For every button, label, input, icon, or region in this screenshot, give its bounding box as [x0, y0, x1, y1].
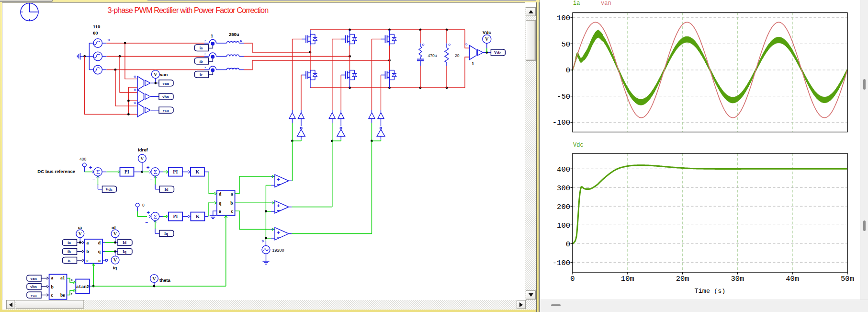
svg-text:Σ: Σ — [96, 168, 100, 175]
svg-text:a: a — [51, 276, 54, 280]
svg-text:400: 400 — [79, 157, 86, 162]
svg-text:50: 50 — [561, 40, 570, 49]
svg-text:d: d — [98, 241, 101, 245]
svg-text:470u: 470u — [428, 53, 437, 58]
svg-text:Id: Id — [164, 187, 168, 192]
svg-text:0: 0 — [142, 203, 145, 208]
svg-text:Id: Id — [123, 240, 126, 245]
svg-text:q: q — [98, 249, 101, 254]
svg-text:V: V — [152, 276, 156, 281]
svg-text:q: q — [219, 201, 222, 206]
svg-text:c: c — [87, 258, 89, 263]
svg-text:300: 300 — [557, 184, 570, 193]
svg-text:Time (s): Time (s) — [695, 288, 726, 295]
svg-text:ic: ic — [200, 72, 203, 77]
svg-text:van: van — [162, 81, 169, 86]
svg-text:ia: ia — [68, 240, 71, 245]
svg-text:V: V — [485, 36, 489, 42]
svg-text:3-phase PWM Rectifier with Pow: 3-phase PWM Rectifier with Power Factor … — [108, 6, 269, 14]
svg-text:+: + — [147, 164, 150, 170]
svg-text:x: x — [71, 278, 73, 282]
svg-text:V: V — [113, 231, 117, 236]
svg-text:0: 0 — [566, 240, 570, 249]
svg-text:110: 110 — [93, 24, 100, 29]
svg-text:19200: 19200 — [272, 248, 284, 253]
svg-text:ia: ia — [573, 0, 580, 7]
svg-text:50m: 50m — [841, 275, 854, 283]
svg-text:d: d — [219, 192, 222, 196]
svg-text:Iq: Iq — [164, 231, 168, 236]
svg-text:PI: PI — [173, 214, 178, 219]
svg-text:0: 0 — [570, 275, 575, 283]
svg-text:+: + — [277, 203, 280, 208]
svg-text:c: c — [51, 293, 53, 298]
svg-text:1: 1 — [472, 61, 474, 66]
svg-text:theta: theta — [159, 277, 170, 283]
svg-text:ib: ib — [68, 249, 71, 254]
svg-text:vbn: vbn — [30, 284, 37, 289]
svg-text:V: V — [79, 231, 82, 236]
svg-text:200: 200 — [557, 203, 570, 211]
svg-text:100: 100 — [557, 14, 570, 23]
svg-text:ib: ib — [199, 59, 203, 64]
svg-text:o: o — [219, 209, 221, 214]
svg-text:+: + — [147, 209, 150, 215]
svg-text:vbn: vbn — [162, 94, 169, 99]
svg-text:+: + — [89, 164, 92, 170]
svg-text:PI: PI — [173, 169, 178, 174]
svg-text:V: V — [140, 156, 144, 161]
svg-text:Iq: Iq — [123, 249, 126, 254]
svg-text:id: id — [112, 225, 116, 230]
svg-text:b: b — [87, 249, 89, 254]
svg-text:van: van — [160, 72, 168, 77]
svg-text:400: 400 — [557, 165, 570, 174]
svg-text:Vdc: Vdc — [483, 30, 491, 35]
svg-text:b: b — [51, 285, 54, 289]
svg-text:vcn: vcn — [163, 108, 169, 113]
svg-text:ia: ia — [200, 46, 203, 50]
svg-text:a1: a1 — [60, 276, 65, 280]
svg-text:Σ: Σ — [154, 213, 158, 220]
svg-text:-100: -100 — [552, 118, 570, 127]
svg-text:Vdc: Vdc — [573, 142, 584, 149]
svg-text:V: V — [154, 72, 158, 77]
svg-text:−: − — [146, 220, 148, 225]
svg-text:1: 1 — [211, 33, 214, 38]
svg-text:10m: 10m — [621, 275, 634, 283]
svg-text:y: y — [71, 291, 73, 295]
svg-text:ia: ia — [78, 225, 82, 230]
svg-text:Vdc: Vdc — [105, 187, 113, 192]
svg-text:+: + — [277, 176, 280, 182]
svg-text:van: van — [30, 276, 37, 281]
svg-text:40m: 40m — [786, 275, 799, 283]
svg-text:−: − — [150, 176, 153, 182]
svg-text:+: + — [277, 230, 280, 235]
svg-text:a: a — [87, 241, 89, 245]
svg-text:30m: 30m — [731, 275, 744, 283]
svg-text:0: 0 — [566, 66, 570, 75]
svg-text:K: K — [196, 169, 200, 174]
svg-text:Σ: Σ — [154, 168, 158, 175]
svg-text:K: K — [196, 214, 200, 219]
svg-text:Vdc: Vdc — [494, 50, 501, 55]
svg-text:o: o — [98, 258, 101, 263]
svg-text:b: b — [230, 201, 233, 206]
svg-text:-100: -100 — [552, 259, 570, 267]
svg-text:a: a — [231, 192, 233, 196]
svg-text:DC bus reference: DC bus reference — [37, 169, 75, 174]
svg-text:c: c — [231, 209, 233, 214]
svg-text:20m: 20m — [676, 275, 689, 283]
svg-text:-50: -50 — [557, 92, 570, 101]
svg-text:vcn: vcn — [31, 293, 37, 298]
svg-text:van: van — [601, 0, 611, 7]
svg-text:ic: ic — [68, 258, 70, 263]
svg-text:idref: idref — [138, 147, 148, 152]
svg-text:be: be — [60, 293, 65, 298]
svg-text:iq: iq — [113, 265, 117, 270]
svg-text:250u: 250u — [229, 32, 239, 37]
svg-text:V: V — [113, 257, 117, 263]
svg-text:20: 20 — [455, 53, 460, 58]
svg-text:100: 100 — [557, 221, 570, 230]
svg-text:atan2: atan2 — [76, 285, 89, 289]
svg-text:−: − — [92, 176, 95, 182]
